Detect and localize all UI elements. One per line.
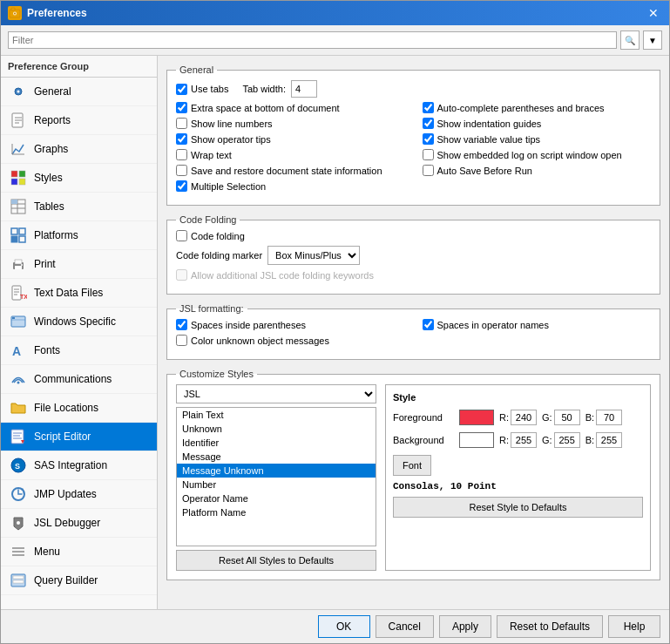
filter-dropdown-button[interactable]: ▼	[643, 31, 662, 50]
wrap-text-row: Wrap text	[176, 149, 405, 160]
sidebar-item-reports[interactable]: Reports	[1, 106, 157, 135]
spaces-operator-label: Spaces in operator names	[423, 319, 549, 330]
reports-icon	[8, 111, 29, 130]
sidebar-item-fonts[interactable]: A Fonts	[1, 336, 157, 365]
auto-save-checkbox[interactable]	[423, 165, 434, 176]
font-button[interactable]: Font	[393, 455, 431, 476]
sidebar-item-jsl-debugger[interactable]: JSL Debugger	[1, 509, 157, 538]
use-tabs-row: Use tabs Tab width:	[176, 80, 651, 98]
filter-input[interactable]	[8, 31, 617, 49]
code-folding-checkbox[interactable]	[176, 230, 187, 241]
jsl-formatting-checkboxes: Spaces inside parentheses Spaces in oper…	[176, 319, 651, 335]
use-tabs-checkbox[interactable]	[176, 84, 187, 95]
sidebar-item-script-editor[interactable]: Script Editor	[1, 423, 157, 451]
sidebar-item-communications[interactable]: Communications	[1, 365, 157, 394]
cancel-button[interactable]: Cancel	[376, 615, 434, 638]
sidebar-item-sas-integration[interactable]: S SAS Integration	[1, 451, 157, 480]
spaces-operator-checkbox[interactable]	[423, 319, 434, 330]
foreground-row: Foreground R: G: B:	[393, 410, 643, 425]
bg-g-input[interactable]	[554, 432, 580, 448]
style-item-operator-name[interactable]: Operator Name	[177, 491, 376, 505]
sidebar-item-jmp-updates[interactable]: JMP Updates	[1, 480, 157, 509]
bg-r-component: R:	[499, 432, 537, 448]
sidebar-item-graphs-label: Graphs	[34, 143, 68, 155]
fonts-icon: A	[8, 341, 29, 360]
svg-point-46	[17, 521, 20, 525]
show-indentation-checkbox[interactable]	[423, 118, 434, 129]
styles-listbox[interactable]: Plain Text Unknown Identifier Message Me…	[176, 407, 376, 546]
preferences-window: Preferences ✕ 🔍 ▼ Preference Group Gener…	[0, 0, 670, 644]
style-item-platform-name[interactable]: Platform Name	[177, 505, 376, 519]
sidebar-item-windows-specific-label: Windows Specific	[34, 315, 116, 328]
auto-complete-checkbox[interactable]	[423, 102, 434, 113]
fg-r-input[interactable]	[511, 410, 537, 425]
sidebar-item-text-data-files-label: Text Data Files	[34, 287, 103, 299]
bg-g-component: G:	[542, 432, 580, 448]
sidebar-item-general[interactable]: General	[1, 78, 157, 106]
show-operator-tips-checkbox[interactable]	[176, 133, 187, 145]
sidebar-item-print-label: Print	[34, 258, 56, 270]
background-swatch[interactable]	[459, 432, 494, 448]
sidebar-item-fonts-label: Fonts	[34, 344, 60, 356]
color-unknown-checkbox[interactable]	[176, 335, 187, 346]
additional-keywords-checkbox[interactable]	[176, 269, 187, 281]
svg-rect-14	[11, 179, 17, 185]
reset-style-button[interactable]: Reset Style to Defaults	[393, 497, 643, 518]
sidebar-item-styles[interactable]: Styles	[1, 164, 157, 193]
font-name-display: Consolas, 10 Point	[393, 481, 643, 491]
spaces-inside-row: Spaces inside parentheses	[176, 319, 405, 330]
content-area: General Use tabs Tab width: Ext	[158, 56, 669, 609]
sidebar-item-platforms[interactable]: Platforms	[1, 221, 157, 250]
sidebar-item-file-locations[interactable]: File Locations	[1, 394, 157, 423]
save-restore-checkbox[interactable]	[176, 165, 187, 176]
style-item-message[interactable]: Message	[177, 450, 376, 464]
foreground-swatch[interactable]	[459, 410, 494, 425]
tab-width-input[interactable]	[291, 80, 317, 98]
style-item-identifier[interactable]: Identifier	[177, 436, 376, 450]
help-button[interactable]: Help	[608, 615, 660, 638]
code-folding-marker-select[interactable]: Box Minus/Plus Arrow Circle	[267, 246, 360, 265]
styles-list-container: JSL JMP Script Python Plain Text Unknown…	[176, 384, 376, 571]
additional-keywords-row: Allow additional JSL code folding keywor…	[176, 269, 651, 281]
style-item-message-unknown[interactable]: Message Unknown	[177, 464, 376, 478]
auto-save-label: Auto Save Before Run	[423, 165, 532, 176]
sidebar-item-tables[interactable]: Tables	[1, 193, 157, 221]
sidebar-item-jmp-updates-label: JMP Updates	[34, 488, 97, 500]
reset-all-styles-button[interactable]: Reset All Styles to Defaults	[176, 550, 376, 571]
show-variable-checkbox[interactable]	[423, 133, 434, 145]
sidebar-item-print[interactable]: Print	[1, 250, 157, 279]
code-folding-section: Code Folding Code folding Code folding m…	[166, 214, 660, 295]
multiple-selection-checkbox[interactable]	[176, 180, 187, 192]
show-embedded-log-checkbox[interactable]	[423, 149, 434, 160]
bg-b-input[interactable]	[596, 432, 622, 448]
fg-b-component: B:	[585, 410, 622, 425]
wrap-text-checkbox[interactable]	[176, 149, 187, 160]
sidebar-item-query-builder-label: Query Builder	[34, 574, 98, 586]
fg-b-input[interactable]	[596, 410, 622, 425]
ok-button[interactable]: OK	[318, 615, 370, 638]
style-item-plain-text[interactable]: Plain Text	[177, 408, 376, 422]
sidebar-item-graphs[interactable]: Graphs	[1, 135, 157, 164]
show-indentation-label: Show indentation guides	[423, 118, 542, 129]
sidebar-item-text-data-files[interactable]: TXT Text Data Files	[1, 279, 157, 308]
style-item-number[interactable]: Number	[177, 478, 376, 491]
bg-r-input[interactable]	[511, 432, 537, 448]
show-line-numbers-checkbox[interactable]	[176, 118, 187, 129]
spaces-inside-checkbox[interactable]	[176, 319, 187, 330]
apply-button[interactable]: Apply	[439, 615, 491, 638]
sas-integration-icon: S	[8, 456, 29, 475]
sidebar-item-styles-label: Styles	[34, 172, 63, 184]
style-item-unknown[interactable]: Unknown	[177, 422, 376, 436]
sidebar-item-menu[interactable]: Menu	[1, 538, 157, 566]
fg-g-input[interactable]	[554, 410, 580, 425]
sidebar-item-query-builder[interactable]: Query Builder	[1, 566, 157, 595]
filter-search-button[interactable]: 🔍	[620, 31, 640, 50]
jsl-debugger-icon	[8, 513, 29, 532]
reset-defaults-button[interactable]: Reset to Defaults	[497, 615, 603, 638]
wrap-text-label: Wrap text	[176, 149, 232, 160]
sidebar-item-windows-specific[interactable]: Windows Specific	[1, 308, 157, 336]
close-button[interactable]: ✕	[645, 4, 662, 22]
extra-space-checkbox[interactable]	[176, 102, 187, 113]
styles-language-dropdown[interactable]: JSL JMP Script Python	[176, 384, 376, 403]
show-line-numbers-row: Show line numbers	[176, 118, 405, 129]
